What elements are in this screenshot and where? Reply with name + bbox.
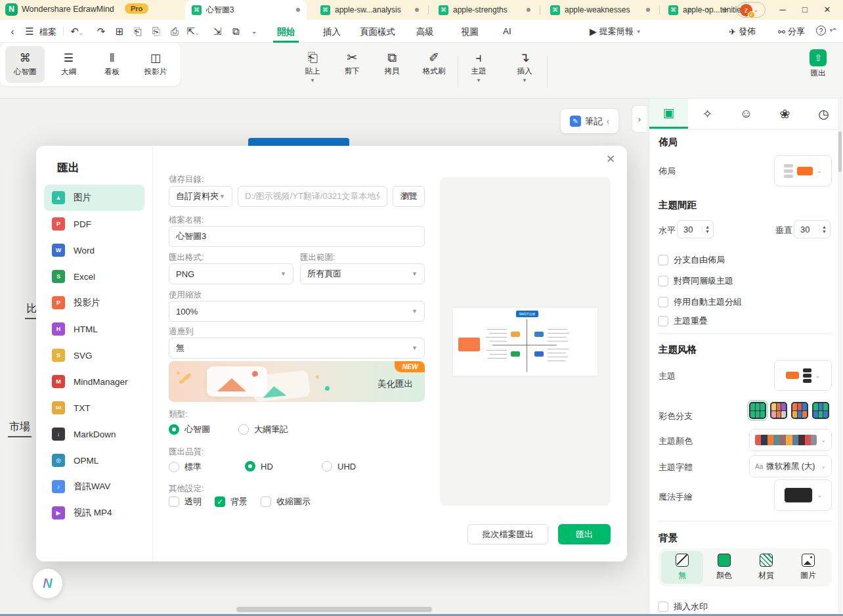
checkbox-free-branch-layout[interactable]: 分支自由佈局 — [658, 254, 725, 266]
insert-button[interactable]: ↴ 插入 ▼ — [506, 51, 543, 83]
save-icon[interactable]: ⎘ — [149, 24, 163, 38]
hamburger-menu-icon[interactable]: ☰ — [22, 24, 37, 38]
theme-font-select[interactable]: Aa 微软雅黑 (大) ⌄ — [749, 455, 832, 477]
notes-button[interactable]: ✎ 筆記 ‹ — [561, 109, 618, 133]
mode-slides[interactable]: ◫ 投影片 — [136, 46, 175, 83]
filename-field[interactable]: 心智圖3 — [169, 226, 425, 247]
background-option-texture[interactable]: 材質 — [745, 551, 787, 584]
checkbox-align-sibling-topics[interactable]: 對齊同層級主題 — [658, 275, 733, 287]
panel-tab-ai-style[interactable]: ✧ — [688, 99, 727, 129]
save-path-field[interactable]: D:/图示视频/YT翻译/0321文章本地化... — [238, 186, 387, 207]
publish-button[interactable]: ✈ 發佈 — [729, 26, 756, 37]
format-item-pdf[interactable]: P PDF — [44, 211, 144, 237]
share-button[interactable]: ⚯ 分享 — [778, 26, 805, 37]
tab-back-button[interactable]: ‹ — [683, 3, 696, 17]
batch-export-button[interactable]: 批次檔案匯出 — [467, 524, 548, 544]
quality-radio-standard[interactable]: 標準 — [169, 461, 202, 473]
format-painter-button[interactable]: ✐ 格式刷 — [416, 51, 452, 76]
background-option-none[interactable]: 無 — [661, 551, 703, 584]
format-select[interactable]: PNG ▼ — [169, 263, 293, 284]
document-tab[interactable]: ⌘ apple-weaknesses — [544, 0, 657, 20]
maximize-button[interactable]: □ — [796, 3, 814, 17]
format-item-markdown[interactable]: ↓ MarkDown — [44, 421, 144, 447]
minimize-button[interactable]: ─ — [773, 3, 792, 17]
share-export-icon[interactable]: ⇱⌄ — [186, 24, 200, 40]
tab-view[interactable]: 視圖 — [457, 24, 483, 40]
type-radio-outline[interactable]: 大綱筆記 — [238, 424, 288, 435]
layout-style-select[interactable]: ⌄ — [774, 155, 832, 187]
checkbox-transparent[interactable]: 透明 — [169, 496, 202, 508]
import-icon[interactable]: ⇲ — [210, 24, 225, 38]
tab-advanced[interactable]: 高級 — [412, 24, 438, 40]
redo-icon[interactable]: ↷ — [94, 24, 108, 38]
fit-select[interactable]: 無 ▼ — [169, 338, 425, 359]
hand-drawn-style-select[interactable]: ⌄ — [774, 479, 832, 511]
mode-mindmap[interactable]: ⌘ 心智圖 — [5, 46, 45, 83]
quality-radio-uhd[interactable]: UHD — [322, 461, 356, 472]
tab-insert[interactable]: 插入 — [319, 24, 345, 40]
browse-button[interactable]: 瀏覽 — [393, 186, 425, 207]
more-tools-icon[interactable]: ⌄ — [247, 24, 261, 38]
tab-forward-button[interactable]: › — [701, 3, 714, 17]
tab-ai[interactable]: AI — [499, 24, 515, 38]
collapse-ribbon-icon[interactable]: ⌃ — [827, 24, 842, 38]
branch-color-swatch-rainbow[interactable] — [770, 402, 787, 419]
document-tab[interactable]: ⌘ apple-strengths — [432, 0, 537, 20]
panel-tab-icons[interactable]: ☺ — [727, 99, 766, 129]
panel-tab-stickers[interactable]: ❀ — [766, 99, 804, 129]
background-option-image[interactable]: 圖片 — [787, 551, 829, 584]
branch-color-swatch-green[interactable] — [749, 402, 766, 419]
copy-button[interactable]: ⧉ 拷貝 — [374, 51, 410, 76]
format-item-excel[interactable]: S Excel — [44, 263, 144, 290]
undo-icon[interactable]: ↶⌄ — [70, 24, 84, 40]
format-item-word[interactable]: W Word — [44, 237, 144, 263]
panel-scrollbar-track[interactable] — [838, 99, 842, 616]
horizontal-spacing-stepper[interactable]: 30 ▲▼ — [677, 220, 714, 238]
format-item-slides[interactable]: P 投影片 — [44, 290, 144, 316]
dialog-close-icon[interactable]: ✕ — [602, 151, 619, 168]
mode-kanban[interactable]: ⫴ 看板 — [93, 46, 132, 83]
file-menu-button[interactable]: 檔案 — [39, 26, 56, 38]
type-radio-mindmap[interactable]: 心智圖 — [169, 424, 210, 435]
mode-outline[interactable]: ☰ 大綱 — [49, 46, 88, 83]
zoom-select[interactable]: 100% ▼ — [169, 301, 425, 322]
checkbox-background[interactable]: ✓ 背景 — [215, 496, 248, 508]
new-tab-button[interactable]: + — [718, 3, 731, 17]
cut-button[interactable]: ✂ 剪下 — [334, 51, 370, 76]
checkbox-insert-watermark[interactable]: 插入水印 — [658, 601, 708, 613]
format-item-html[interactable]: H HTML — [44, 316, 144, 342]
checkbox-collapse-icons[interactable]: 收縮圖示 — [261, 496, 311, 508]
branch-color-swatch-cool[interactable] — [812, 402, 829, 419]
checkbox-topic-overlap[interactable]: 主題重疊 — [658, 315, 708, 327]
close-button[interactable]: ✕ — [818, 3, 836, 17]
document-tab[interactable]: ⌘ apple-sw...analysis — [314, 0, 425, 20]
checkbox-disable-auto-grouping[interactable]: 停用自動主題分組 — [658, 296, 742, 308]
range-select[interactable]: 所有頁面 ▼ — [300, 263, 425, 284]
ai-assistant-button[interactable]: N — [33, 569, 62, 598]
export-confirm-button[interactable]: 匯出 — [558, 524, 611, 544]
present-button[interactable]: ▶ 提案簡報 ▼ — [590, 26, 641, 37]
topic-button[interactable]: ⫞ 主題 ▼ — [460, 51, 497, 83]
branch-color-swatch-warm[interactable] — [791, 402, 808, 419]
format-item-opml[interactable]: ◎ OPML — [44, 447, 144, 473]
format-item-mindmanager[interactable]: M MindManager — [44, 368, 144, 395]
print-icon[interactable]: ⎙ — [167, 24, 182, 38]
theme-color-select[interactable]: ⌄ — [749, 429, 832, 451]
panel-collapse-button[interactable]: › — [632, 105, 647, 133]
panel-tab-layout[interactable]: ▣ — [649, 99, 688, 129]
back-icon[interactable]: ‹ — [5, 24, 20, 38]
format-item-image[interactable]: ▲ 图片 — [44, 185, 144, 211]
canvas-node-clipped[interactable]: 市場 — [8, 420, 32, 437]
format-item-svg[interactable]: S SVG — [44, 342, 144, 368]
folder-select[interactable]: 自訂資料夾 ▼ — [169, 186, 232, 207]
panel-scrollbar-thumb[interactable] — [838, 131, 842, 172]
quality-radio-hd[interactable]: HD — [245, 461, 273, 472]
vertical-spacing-stepper[interactable]: 30 ▲▼ — [794, 220, 831, 238]
open-file-icon[interactable]: ⎗ — [131, 24, 145, 38]
format-item-txt[interactable]: txt TXT — [44, 395, 144, 421]
new-file-icon[interactable]: ⊞ — [112, 24, 127, 38]
export-quick-button[interactable]: ⇧ 匯出 — [805, 49, 831, 78]
format-item-wav[interactable]: ♪ 音訊WAV — [44, 473, 144, 500]
theme-select[interactable]: ⌄ — [774, 360, 832, 391]
tab-start[interactable]: 開始 — [273, 24, 299, 43]
